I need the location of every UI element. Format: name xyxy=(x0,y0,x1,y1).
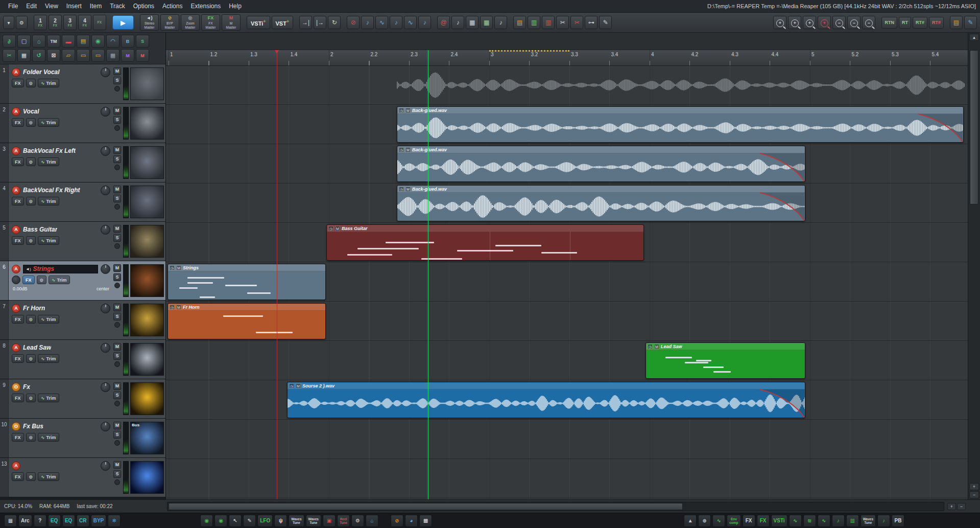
solo-button[interactable]: S xyxy=(113,273,121,281)
solo-button[interactable]: S xyxy=(113,392,121,399)
power-icon[interactable]: ⊙ xyxy=(26,236,36,245)
edit-cursor-flag[interactable] xyxy=(275,50,279,54)
power-icon[interactable]: ⊙ xyxy=(26,197,36,205)
mute-button[interactable]: M xyxy=(113,67,121,75)
io-button[interactable] xyxy=(114,283,120,288)
zoom-out-project-icon[interactable]: − xyxy=(862,16,875,29)
io-button[interactable] xyxy=(114,440,120,446)
volume-knob[interactable] xyxy=(12,276,20,284)
split-mute-icon[interactable]: ✂ xyxy=(570,16,583,29)
power-icon[interactable]: ⊙ xyxy=(26,354,36,363)
zoom-out-h-icon[interactable]: − xyxy=(832,16,846,29)
mute-button[interactable]: M xyxy=(113,264,121,272)
record-arm-knob[interactable] xyxy=(101,225,110,235)
fx-slot-button-2[interactable]: 2FX xyxy=(49,15,62,30)
trim-button[interactable]: ∿Trim xyxy=(38,197,59,205)
goto-start-icon[interactable]: |→ xyxy=(314,16,326,29)
fx-button[interactable]: FX xyxy=(22,276,35,284)
trim-button[interactable]: ∿Trim xyxy=(38,354,59,363)
grid-quantize-icon[interactable]: ▦ xyxy=(466,16,479,29)
split-icon[interactable]: ✂ xyxy=(556,16,569,29)
arrange-lanes[interactable]: ◷MBack-glued.wav◷MBack-glued.wav◷MBack-g… xyxy=(166,65,968,499)
power-icon[interactable]: ⊙ xyxy=(26,472,36,481)
fx-slot-button-1[interactable]: 1FX xyxy=(34,15,47,30)
horizontal-scrollbar[interactable] xyxy=(167,502,944,511)
stop-icon[interactable]: ▬ xyxy=(62,35,75,48)
lfo-button[interactable]: LFO xyxy=(257,515,273,527)
record-arm-knob[interactable] xyxy=(101,107,110,117)
mute-button[interactable]: M xyxy=(113,422,121,429)
rt-button-3[interactable]: RT# xyxy=(913,17,927,29)
scroll-up-button[interactable]: ▴ xyxy=(969,34,979,41)
pencil-icon[interactable]: ✎ xyxy=(599,16,612,29)
mute-button[interactable]: M xyxy=(113,107,121,114)
fx-button[interactable]: FX xyxy=(12,79,24,87)
power-icon[interactable]: ⊙ xyxy=(26,79,36,87)
mic-icon[interactable]: ψ xyxy=(274,515,287,527)
fx-master-master-button[interactable]: FXFXMaster xyxy=(201,14,220,31)
recycle-icon[interactable]: ↺ xyxy=(32,49,45,62)
glue-items-icon[interactable]: ⊶ xyxy=(585,16,597,29)
fx-button[interactable]: FX xyxy=(12,354,24,363)
io-button[interactable] xyxy=(114,322,120,328)
vertical-scroll-thumb[interactable] xyxy=(970,50,978,204)
power-icon[interactable]: ⊙ xyxy=(26,157,36,166)
piano-roll-icon[interactable]: ▩ xyxy=(419,515,432,527)
solo-button[interactable]: S xyxy=(113,313,121,320)
fx-button[interactable]: FX xyxy=(12,118,24,127)
trim-button[interactable]: ∿Trim xyxy=(38,236,59,245)
bypass-master-button[interactable]: ⊘BYPMaster xyxy=(160,14,179,31)
envelope-icon[interactable]: ◠ xyxy=(106,35,119,48)
arrange-view[interactable]: 11.21.31.422.22.32.433.23.33.444.24.34.4… xyxy=(166,33,968,499)
track-row-9[interactable]: 9OFxFX⊙∿TrimMS xyxy=(0,379,165,419)
track-row-13[interactable]: 13AFX⊙∿TrimMS xyxy=(0,458,165,497)
io-button[interactable] xyxy=(114,401,120,406)
note-glue-icon[interactable]: ∿ xyxy=(404,16,417,29)
fx-button[interactable]: FX xyxy=(12,197,24,205)
marquee-icon[interactable]: ▢ xyxy=(17,35,31,48)
fx-slot-button-3[interactable]: 3FX xyxy=(63,15,77,30)
trim-button[interactable]: ∿Trim xyxy=(38,315,59,324)
rt-button-4[interactable]: RT# xyxy=(929,17,944,29)
solo-button[interactable]: S xyxy=(113,352,121,360)
record-arm-knob[interactable] xyxy=(101,146,110,156)
hzoom-out-button[interactable]: − xyxy=(957,503,966,510)
midi-master-master-button[interactable]: MMMaster xyxy=(222,14,241,31)
fx-slot-button-5[interactable]: FX xyxy=(93,15,106,30)
record-arm-knob[interactable] xyxy=(101,304,110,313)
grid-snap-icon[interactable]: ▦ xyxy=(17,49,31,62)
fx-chain-button[interactable]: FX xyxy=(743,515,755,527)
trim-button[interactable]: ∿Trim xyxy=(38,157,59,166)
monitor-2-icon[interactable]: ◉ xyxy=(214,515,227,527)
solo-button[interactable]: S xyxy=(113,77,121,84)
folder-open-icon[interactable]: ▱ xyxy=(62,49,75,62)
folder-new-icon[interactable]: ▭ xyxy=(77,49,90,62)
insert-vsti-button[interactable]: VSTi+ xyxy=(247,16,270,29)
track-row-1[interactable]: 1AFolder VocalFX⊙∿TrimMS xyxy=(0,64,165,104)
arc-button[interactable]: Arc xyxy=(18,515,32,527)
mute-circle-icon[interactable]: ⊘ xyxy=(391,515,403,527)
repeat-icon[interactable]: ↻ xyxy=(328,16,341,29)
pb-button[interactable]: PB xyxy=(892,515,904,527)
horizontal-scroll-thumb[interactable] xyxy=(169,503,683,510)
note-stretch-icon[interactable]: ∿ xyxy=(375,16,388,29)
mute-button[interactable]: M xyxy=(113,186,121,193)
track-row-3[interactable]: 3ABackVocal Fx LeftFX⊙∿TrimMS xyxy=(0,143,165,182)
trim-button[interactable]: ∿Trim xyxy=(38,472,59,481)
track-row-2[interactable]: 2AVocalFX⊙∿TrimMS xyxy=(0,104,165,143)
monitor-1-icon[interactable]: ◉ xyxy=(200,515,213,527)
mute-button[interactable]: M xyxy=(113,343,121,351)
media-item[interactable]: ◷MLead Saw xyxy=(646,342,805,379)
play-button[interactable]: ▶ xyxy=(112,15,134,30)
zoom-undo-icon[interactable]: + xyxy=(818,16,831,29)
menu-item[interactable]: Item xyxy=(86,1,106,11)
media-item[interactable]: ◷MStrings xyxy=(168,264,326,300)
zoom-out-v-icon[interactable]: − xyxy=(847,16,861,29)
eq-1-button[interactable]: EQ xyxy=(48,515,61,527)
insert-vst-button[interactable]: VST+ xyxy=(272,16,294,29)
mute-button[interactable]: M xyxy=(113,304,121,311)
color-item-icon[interactable]: ▥ xyxy=(542,16,555,29)
mute-button[interactable]: M xyxy=(113,382,121,390)
fx-button[interactable]: FX xyxy=(12,433,24,442)
vzoom-in-button[interactable]: + xyxy=(969,483,979,490)
